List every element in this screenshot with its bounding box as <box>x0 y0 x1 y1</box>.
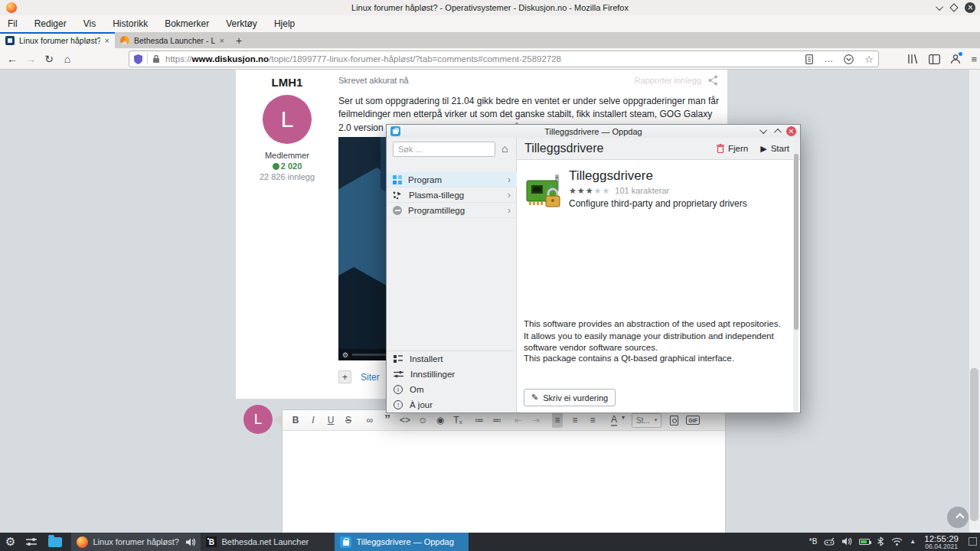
outdent-button: ⇤ <box>513 412 524 428</box>
stars-empty-icon: ★★ <box>594 186 611 195</box>
align-center-button[interactable]: ≡ <box>570 412 580 428</box>
discover-scrollbar[interactable] <box>793 139 799 411</box>
bookmark-star-icon[interactable]: ☆ <box>864 54 874 65</box>
write-review-button[interactable]: ✎ Skriv ei vurdering <box>524 389 616 406</box>
sidebar-item-updates[interactable]: ↑ À jour <box>387 397 515 412</box>
menu-tools[interactable]: Verktøy <box>226 18 257 29</box>
bullet-list-button[interactable]: ≔ <box>474 412 485 428</box>
start-button[interactable]: ▶ Start <box>760 144 789 154</box>
url-bar[interactable]: https://www.diskusjon.no/topic/1899777-l… <box>129 51 879 67</box>
home-icon[interactable]: ⌂ <box>58 53 77 65</box>
application-launcher-icon[interactable]: ⚙ <box>5 535 15 549</box>
discover-titlebar[interactable]: Tilleggsdrivere — Oppdag <box>387 125 800 138</box>
clock[interactable]: 12:55:29 06.04.2021 <box>924 534 959 550</box>
page-scrollbar[interactable] <box>969 70 980 533</box>
emoji-button[interactable]: ☺ <box>417 412 428 428</box>
text-color-button[interactable]: A <box>609 412 619 428</box>
gif-button[interactable]: GIF <box>686 416 700 425</box>
task-firefox[interactable]: Linux forumer håpløst? - Oper... <box>71 533 201 551</box>
task-discover[interactable]: Tilleggsdrivere — Oppdag <box>335 533 469 551</box>
menu-history[interactable]: Historikk <box>113 18 148 29</box>
sidebar-item-about[interactable]: i Om <box>387 382 515 397</box>
numbered-list-button[interactable]: ≕ <box>492 412 502 428</box>
menu-help[interactable]: Hjelp <box>274 18 295 29</box>
sidebar-item-plasma-addons[interactable]: Plasma-tillegg › <box>387 187 517 203</box>
new-tab-button[interactable]: + <box>230 32 248 48</box>
scroll-to-top-button[interactable] <box>947 507 969 528</box>
multiquote-button[interactable]: + <box>338 370 351 383</box>
forward-icon[interactable]: → <box>21 53 40 65</box>
reload-icon[interactable]: ↻ <box>40 53 58 65</box>
back-icon[interactable]: ← <box>3 53 21 65</box>
url-text[interactable]: https://www.diskusjon.no/topic/1899777-l… <box>165 54 805 64</box>
menu-edit[interactable]: Rediger <box>34 18 67 29</box>
sidebar-toggle-icon[interactable] <box>929 54 940 64</box>
bold-button[interactable]: B <box>290 412 301 428</box>
close-icon[interactable] <box>965 2 975 13</box>
wifi-icon[interactable] <box>891 537 903 546</box>
bethesda-tray-icon[interactable]: *B <box>809 537 818 546</box>
tab-diskusjon[interactable]: Linux forumer håpløst? - O × <box>0 32 115 48</box>
tab-bethesda[interactable]: Bethesda Launcher - Lutri × <box>115 32 230 48</box>
home-icon[interactable]: ⌂ <box>501 142 508 155</box>
drivers-app-icon <box>524 171 564 210</box>
remove-format-button[interactable]: Tx <box>452 412 463 428</box>
report-post-link[interactable]: Rapporter innlegg <box>635 76 701 85</box>
quote-link[interactable]: Siter <box>361 372 380 383</box>
pocket-icon[interactable] <box>844 54 854 64</box>
editor-toolbar: B I U S ∞ ” <> ☺ ◉ Tx ≔ ≕ ⇤ ⇥ ≡ ≡ ≡ A ▾ … <box>283 410 725 431</box>
bluetooth-icon[interactable] <box>877 536 884 546</box>
tab-close-icon[interactable]: × <box>105 36 109 45</box>
indent-button: ⇥ <box>531 412 541 428</box>
close-icon[interactable] <box>786 126 796 136</box>
link-button[interactable]: ∞ <box>364 412 375 428</box>
menu-bookmarks[interactable]: Bokmerker <box>165 18 209 29</box>
scrollbar-thumb[interactable] <box>970 368 978 521</box>
volume-icon[interactable] <box>842 537 852 546</box>
file-manager-icon[interactable] <box>48 537 62 547</box>
maximize-icon[interactable] <box>949 3 958 11</box>
maximize-icon[interactable] <box>774 129 782 136</box>
sidebar-item-installed[interactable]: Installert <box>387 351 515 367</box>
sidebar-item-program[interactable]: Program › <box>387 172 517 187</box>
align-left-button[interactable]: ≡ <box>552 412 563 428</box>
task-manager-settings-icon[interactable] <box>25 536 38 547</box>
battery-icon[interactable] <box>859 539 870 545</box>
preview-button[interactable]: ◉ <box>435 412 446 428</box>
reader-mode-icon[interactable] <box>805 54 813 64</box>
sidebar-item-settings[interactable]: Innstillinger <box>387 367 515 382</box>
discover-header: Tilleggsdrivere Fjern ▶ Start <box>517 138 800 160</box>
menu-view[interactable]: Vis <box>83 18 96 29</box>
audio-playing-icon[interactable] <box>186 538 195 546</box>
page-preview-button[interactable] <box>668 412 679 428</box>
editor-textarea[interactable] <box>283 431 725 533</box>
tracking-shield-icon[interactable] <box>134 54 142 64</box>
tab-close-icon[interactable]: × <box>220 36 224 45</box>
author-name[interactable]: LMH1 <box>236 76 338 89</box>
strikethrough-button[interactable]: S <box>343 412 354 428</box>
align-right-button[interactable]: ≡ <box>587 412 598 428</box>
search-input[interactable] <box>393 142 495 157</box>
reply-editor[interactable]: B I U S ∞ ” <> ☺ ◉ Tx ≔ ≕ ⇤ ⇥ ≡ ≡ ≡ A ▾ … <box>282 409 726 533</box>
underline-button[interactable]: U <box>325 412 336 428</box>
page-actions-icon[interactable]: … <box>824 54 833 64</box>
remove-button[interactable]: Fjern <box>717 144 748 153</box>
show-desktop-button[interactable] <box>969 537 977 546</box>
share-icon[interactable] <box>708 75 718 86</box>
italic-button[interactable]: I <box>308 412 318 428</box>
menu-file[interactable]: Fil <box>8 18 18 29</box>
color-caret-icon[interactable]: ▾ <box>622 414 625 421</box>
reputation-icon <box>273 163 279 170</box>
font-size-select[interactable]: St...▾ <box>632 413 662 428</box>
scrollbar-thumb[interactable] <box>794 154 799 330</box>
account-icon[interactable] <box>950 54 961 64</box>
sidebar-item-addons[interactable]: Programtillegg › <box>387 203 517 218</box>
avatar[interactable]: L <box>263 95 312 144</box>
tray-expander-icon[interactable]: ▲ <box>910 538 916 545</box>
app-menu-icon[interactable]: ≡ <box>971 54 977 65</box>
task-bethesda[interactable]: B Bethesda.net Launcher <box>201 533 335 551</box>
library-icon[interactable] <box>907 54 919 64</box>
game-controller-icon[interactable] <box>824 537 835 546</box>
blockquote-button[interactable]: ” <box>382 412 393 428</box>
code-button[interactable]: <> <box>400 412 410 428</box>
